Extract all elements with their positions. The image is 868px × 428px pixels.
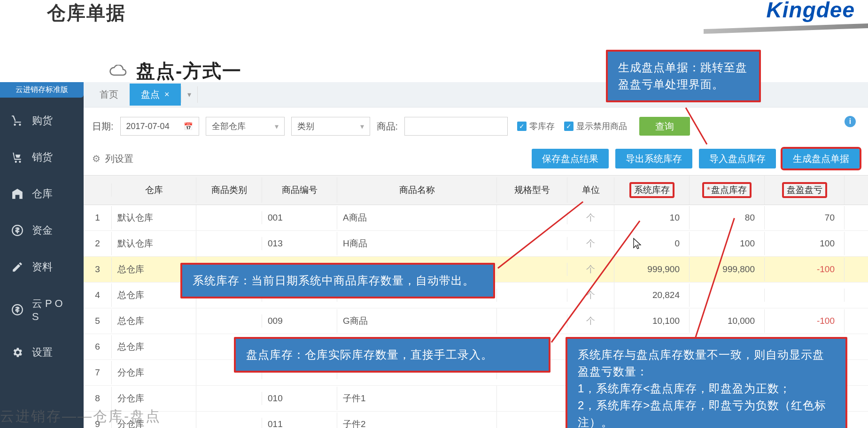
action-row: ⚙ 列设置 保存盘点结果 导出系统库存 导入盘点库存 生成盘点单据 (84, 145, 868, 175)
export-stock-button[interactable]: 导出系统库存 (615, 149, 692, 168)
table-cell: 总仓库 (112, 334, 196, 359)
table-cell: 010 (262, 387, 337, 410)
sidebar-item-sales[interactable]: 销货 (0, 139, 84, 176)
table-cell (497, 263, 567, 276)
product-input[interactable] (404, 117, 508, 136)
table-cell: 分仓库 (112, 360, 196, 385)
table-cell: 10,100 (614, 309, 690, 333)
show-disabled-checkbox[interactable]: ✓ 显示禁用商品 (564, 121, 627, 132)
pencil-icon (11, 261, 23, 273)
table-cell: -100 (765, 309, 845, 333)
column-settings-button[interactable]: ⚙ 列设置 (92, 153, 133, 165)
import-stock-button[interactable]: 导入盘点库存 (699, 149, 776, 168)
generate-doc-button[interactable]: 生成盘点单据 (783, 149, 860, 168)
warehouse-value: 全部仓库 (212, 121, 246, 132)
table-cell: 个 (567, 257, 614, 282)
table-row[interactable]: 2默认仓库013H商品个0100100 (84, 231, 868, 257)
date-input[interactable]: 2017-07-04 📅 (120, 117, 199, 136)
sidebar-item-label: 设置 (32, 345, 53, 359)
th-count-stock: *盘点库存 (690, 176, 765, 205)
table-cell: 7 (84, 361, 112, 384)
table-cell: 子件2 (337, 412, 497, 428)
table-cell (497, 289, 567, 302)
table-row[interactable]: 1默认仓库001A商品个108070 (84, 205, 868, 231)
th-code: 商品编号 (262, 177, 337, 203)
tab-add-button[interactable]: ▾ (181, 86, 198, 103)
table-cell (497, 314, 567, 328)
checkbox-checked-icon: ✓ (517, 122, 527, 131)
th-name: 商品名称 (337, 177, 497, 203)
table-cell (196, 418, 262, 428)
table-cell: 默认仓库 (112, 205, 196, 230)
callout-gain-loss: 系统库存与盘点库存数量不一致，则自动显示盘盈盘亏数量： 1，系统库存<盘点库存，… (566, 337, 847, 428)
query-button[interactable]: 查询 (639, 117, 690, 136)
table-cell: 子件1 (337, 386, 497, 411)
sidebar-item-label: 销货 (32, 150, 53, 164)
table-cell: 个 (567, 308, 614, 334)
sidebar-item-data[interactable]: 资料 (0, 249, 84, 285)
table-cell (497, 392, 567, 405)
info-icon[interactable]: i (845, 116, 856, 127)
table-row[interactable]: 5总仓库009G商品个10,10010,000-100 (84, 308, 868, 334)
table-cell: 0 (614, 232, 690, 255)
table-cell: 默认仓库 (112, 231, 196, 256)
cloud-icon (108, 65, 127, 78)
table-cell: 5 (84, 309, 112, 333)
table-cell: -100 (765, 258, 845, 281)
tab-home[interactable]: 首页 (88, 84, 130, 106)
table-cell: 013 (262, 232, 337, 255)
tab-label: 盘点 (141, 88, 160, 101)
col-settings-label: 列设置 (105, 153, 133, 165)
tab-inventory-check[interactable]: 盘点 × (130, 84, 181, 106)
save-result-button[interactable]: 保存盘点结果 (532, 149, 609, 168)
table-cell (196, 314, 262, 328)
sidebar: 云进销存标准版 购货 销货 仓库 资金 资料 (0, 82, 84, 428)
brand-underline (704, 23, 868, 34)
table-cell: 100 (765, 232, 845, 255)
table-cell: H商品 (337, 231, 497, 256)
callout-generate-doc: 生成盘点单据：跳转至盘盈盘亏单处理界面。 (606, 50, 761, 102)
table-cell: 1 (84, 206, 112, 229)
table-cell: 4 (84, 283, 112, 307)
close-icon[interactable]: × (164, 90, 170, 99)
table-cell (196, 211, 262, 224)
dollar-icon (11, 304, 23, 316)
table-cell (497, 418, 567, 428)
table-cell (690, 289, 765, 302)
brand-logo: Kingdee (767, 0, 855, 23)
category-select[interactable]: 类别 ▾ (291, 117, 370, 136)
table-header: 仓库 商品类别 商品编号 商品名称 规格型号 单位 系统库存 *盘点库存 盘盈盘… (84, 176, 868, 205)
gear-icon: ⚙ (92, 153, 101, 164)
sidebar-item-pos[interactable]: 云 P O S (0, 285, 84, 334)
th-category: 商品类别 (196, 177, 262, 203)
zero-stock-checkbox[interactable]: ✓ 零库存 (517, 121, 555, 132)
table-cell: 999,800 (690, 258, 765, 281)
sidebar-item-funds[interactable]: 资金 (0, 212, 84, 249)
table-cell: G商品 (337, 308, 497, 334)
product-label: 商品: (377, 120, 398, 133)
callout-sys-stock: 系统库存：当前日期系统中商品库存数量，自动带出。 (180, 263, 495, 298)
checkbox-checked-icon: ✓ (564, 122, 574, 131)
warehouse-icon (11, 188, 23, 200)
category-value: 类别 (297, 121, 314, 132)
table-cell: 100 (690, 232, 765, 255)
table-cell (196, 392, 262, 405)
table-cell: 001 (262, 206, 337, 229)
th-sys-stock: 系统库存 (614, 176, 690, 205)
th-warehouse: 仓库 (112, 177, 196, 203)
warehouse-select[interactable]: 全部仓库 ▾ (206, 117, 285, 136)
sidebar-item-purchase[interactable]: 购货 (0, 102, 84, 139)
chevron-down-icon: ▾ (360, 122, 364, 131)
sidebar-item-settings[interactable]: 设置 (0, 334, 84, 371)
table-cell: 70 (765, 206, 845, 229)
table-cell: 2 (84, 232, 112, 255)
table-cell: 6 (84, 335, 112, 359)
handcart-icon (11, 151, 23, 163)
gear-icon (11, 346, 23, 359)
cursor-icon (632, 237, 643, 251)
sidebar-edition-badge: 云进销存标准版 (0, 82, 84, 98)
section-title: 盘点-方式一 (136, 58, 242, 84)
table-cell: 个 (567, 231, 614, 256)
sidebar-item-warehouse[interactable]: 仓库 (0, 176, 84, 212)
table-cell (196, 237, 262, 250)
